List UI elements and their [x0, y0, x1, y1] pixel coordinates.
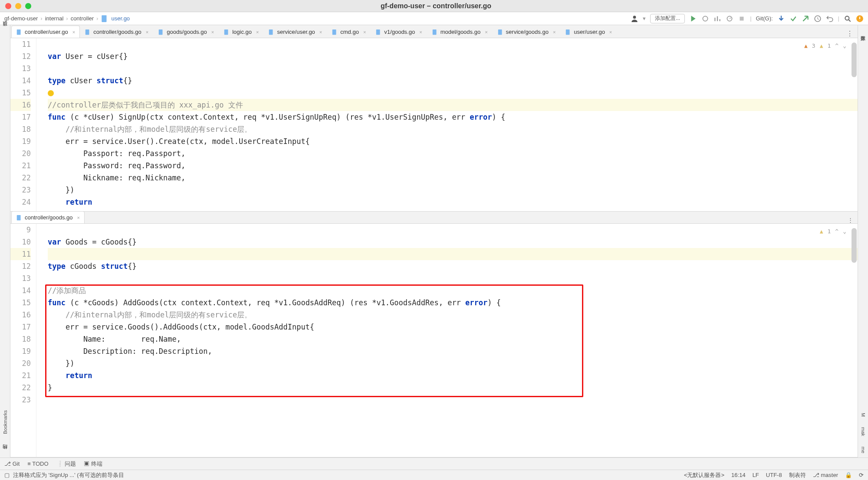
editor-tab[interactable]: v1/goods.go×: [371, 26, 427, 38]
file-encoding[interactable]: UTF-8: [766, 472, 782, 478]
breadcrumb-root[interactable]: gf-demo-user: [4, 15, 38, 22]
stop-icon[interactable]: [738, 15, 746, 23]
svg-rect-18: [17, 215, 21, 220]
svg-rect-16: [498, 29, 502, 34]
breadcrumb-file[interactable]: user.go: [111, 15, 130, 22]
rollback-icon[interactable]: [826, 15, 834, 23]
indent-status[interactable]: 制表符: [789, 471, 806, 479]
caret-position[interactable]: 16:14: [731, 472, 746, 478]
svg-rect-11: [224, 29, 228, 34]
editor-tab[interactable]: controller/goods.go×: [80, 26, 153, 38]
lock-icon[interactable]: 🔒: [845, 472, 852, 478]
svg-point-1: [633, 16, 636, 19]
problems-toolwindow[interactable]: ❕ 问题: [56, 460, 76, 468]
structure-toolwindow[interactable]: 结构: [2, 452, 8, 454]
editor-tabs: controller/user.go×controller/goods.go×g…: [10, 25, 858, 38]
go-file-icon: [101, 15, 108, 23]
line-separator[interactable]: LF: [753, 472, 759, 478]
database-toolwindow[interactable]: 数据库: [860, 31, 866, 33]
svg-point-6: [845, 16, 849, 20]
editor-tab[interactable]: user/user.go×: [560, 26, 617, 38]
svg-rect-13: [332, 29, 336, 34]
svg-rect-0: [102, 15, 107, 22]
close-icon[interactable]: ×: [211, 29, 214, 35]
tab-menu-icon[interactable]: ⋮: [842, 29, 858, 38]
editor-tab[interactable]: controller/user.go×: [11, 26, 80, 38]
chevron-icon: ›: [40, 15, 42, 22]
git-commit-icon[interactable]: [789, 15, 797, 23]
chevron-icon: ›: [66, 15, 68, 22]
inspection-badges[interactable]: ▲1 ^⌄: [820, 225, 846, 238]
git-push-icon[interactable]: [802, 15, 809, 23]
history-icon[interactable]: [814, 15, 822, 23]
minimize-icon[interactable]: [15, 3, 21, 9]
left-rail: 项目 Bookmarks 结构: [0, 25, 10, 457]
terminal-toolwindow[interactable]: ▣ 终端: [84, 460, 102, 468]
run-icon[interactable]: [689, 15, 697, 23]
settings-icon[interactable]: [856, 15, 864, 23]
window-titlebar: gf-demo-user – controller/user.go: [0, 0, 868, 12]
tab-menu-icon[interactable]: ⋮: [843, 217, 858, 223]
svg-rect-15: [432, 29, 436, 34]
svg-rect-9: [85, 29, 89, 34]
editor-tab[interactable]: logic.go×: [219, 26, 263, 38]
tab-goods[interactable]: controller/goods.go ×: [11, 211, 85, 223]
close-icon[interactable]: ×: [419, 29, 422, 35]
breadcrumb-item[interactable]: controller: [71, 15, 94, 22]
debug-icon[interactable]: [701, 15, 709, 23]
coverage-icon[interactable]: [713, 15, 721, 23]
mak-label[interactable]: mak: [861, 426, 866, 437]
close-icon[interactable]: ×: [363, 29, 366, 35]
breadcrumb-item[interactable]: internal: [45, 15, 64, 22]
git-update-icon[interactable]: [777, 15, 785, 23]
close-icon[interactable]: ×: [72, 29, 75, 35]
editor-tab[interactable]: goods/goods.go×: [153, 26, 219, 38]
split-tabs: controller/goods.go × ⋮: [10, 212, 858, 224]
editor-tab[interactable]: cmd.go×: [327, 26, 371, 38]
editor-tab[interactable]: service/user.go×: [263, 26, 327, 38]
user-icon[interactable]: [631, 15, 638, 23]
code-editor[interactable]: 111213141516171819202122232425 var User …: [10, 38, 858, 211]
zoom-icon[interactable]: [25, 3, 31, 9]
inspection-badges[interactable]: ▲3 ▲1 ^⌄: [804, 40, 846, 52]
svg-rect-8: [17, 29, 21, 34]
scrollbar[interactable]: [852, 42, 857, 77]
me-label[interactable]: me: [861, 446, 866, 454]
status-hint: 注释格式应为 'SignUp ...' (有可选的前导条目: [13, 471, 124, 479]
project-toolwindow[interactable]: 项目: [2, 29, 8, 30]
scrollbar[interactable]: [852, 228, 857, 263]
sync-icon[interactable]: ⟳: [859, 472, 864, 478]
search-icon[interactable]: [844, 15, 852, 23]
close-icon[interactable]: ×: [609, 29, 612, 35]
svg-point-2: [703, 16, 708, 21]
close-icon[interactable]: ×: [256, 29, 259, 35]
close-icon[interactable]: ×: [146, 29, 148, 35]
warning-icon: ▲: [804, 40, 808, 52]
editor-tab[interactable]: service/goods.go×: [493, 26, 561, 38]
git-branch[interactable]: ⎇ master: [813, 472, 838, 478]
close-icon[interactable]: ×: [553, 29, 556, 35]
m-label[interactable]: M: [861, 412, 866, 418]
weak-warning-icon: ▲: [820, 225, 823, 238]
add-config-button[interactable]: 添加配置...: [650, 14, 685, 23]
editor-pane-2: 91011121314151617181920212223 var Goods …: [10, 224, 858, 457]
close-icon[interactable]: [5, 3, 11, 9]
status-bar: ▢ 注释格式应为 'SignUp ...' (有可选的前导条目 <无默认服务器>…: [0, 470, 868, 480]
chevron-icon: ›: [96, 15, 98, 22]
code-editor[interactable]: 91011121314151617181920212223 var Goods …: [10, 224, 858, 457]
git-label: Git(G):: [756, 15, 773, 22]
svg-rect-4: [740, 16, 744, 20]
editor-area: controller/user.go×controller/goods.go×g…: [10, 25, 858, 457]
close-icon[interactable]: ×: [485, 29, 487, 35]
bookmarks-toolwindow[interactable]: Bookmarks: [3, 409, 8, 435]
close-icon[interactable]: ×: [77, 215, 80, 220]
intention-bulb-icon[interactable]: [48, 90, 54, 96]
close-icon[interactable]: ×: [319, 29, 322, 35]
git-toolwindow[interactable]: ⎇ Git: [4, 460, 20, 467]
editor-tab[interactable]: model/goods.go×: [427, 26, 493, 38]
svg-rect-17: [566, 29, 570, 34]
server-status[interactable]: <无默认服务器>: [684, 471, 724, 479]
todo-toolwindow[interactable]: ≡ TODO: [27, 460, 48, 467]
svg-rect-10: [159, 29, 163, 34]
profiler-icon[interactable]: [726, 15, 733, 23]
